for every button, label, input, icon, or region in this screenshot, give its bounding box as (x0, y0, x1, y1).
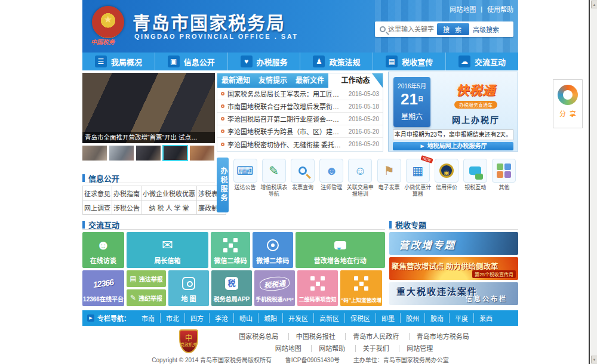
nav-item-tax-publicity[interactable]: ▤ 税收宣传 (373, 53, 446, 70)
region-link[interactable]: 开发区 (282, 313, 313, 323)
share-logo-icon (558, 85, 578, 105)
region-link[interactable]: 即墨 (376, 313, 400, 323)
news-date: 2016-05-20 (349, 116, 379, 122)
chat-bubbles-icon (334, 241, 346, 249)
tile-wechat-qr[interactable]: 微信二维码 (211, 232, 250, 268)
footer-link[interactable]: 国家税务总局 (232, 333, 285, 340)
local-tax-hall-button[interactable]: ►地税局网上办税服务厅 (393, 142, 513, 150)
info-link[interactable]: 办税指南 (112, 186, 141, 200)
news-item[interactable]: 李沧国税局召开第二期行业座谈会---建筑企业座谈会 2016-05-20 (217, 113, 383, 125)
service-invoice-query[interactable]: 发票查询 (288, 158, 316, 215)
info-link[interactable]: 涉税公告 (112, 200, 141, 215)
service-cta-management[interactable]: ☻ 注师管理 (318, 158, 346, 215)
footer-link[interactable]: 中国税务报社 (288, 333, 343, 340)
document-pen-icon: ✎ (130, 294, 136, 302)
nav-item-interaction[interactable]: ☁ 交流互动 (446, 53, 518, 70)
region-link[interactable]: 市南 (136, 313, 160, 323)
sitemap-link[interactable]: 网站地图 (450, 4, 476, 14)
region-link[interactable]: 李沧 (209, 313, 233, 323)
footer-link[interactable]: 网站帮助 (311, 345, 352, 352)
news-item[interactable]: 李沧国地税密切协作、无缝衔接 委托代征和代开发... 2016-05-20 (217, 138, 383, 150)
organizer-text: 主办单位：青岛市国家税务局办公室 (353, 357, 449, 363)
thumbnail-2[interactable] (109, 146, 134, 161)
service-bank-tax-interaction[interactable]: 银税互动 (461, 158, 490, 215)
tile-map[interactable]: 地 图 (168, 270, 209, 306)
tile-online-interview[interactable]: ☻ 在线访谈 (82, 232, 124, 268)
tile-director-mailbox[interactable]: ✉ 局长信箱 (127, 232, 208, 268)
tab-latest-notices[interactable]: 最新通知 (217, 73, 254, 88)
section-header: 税收专题 (389, 220, 518, 230)
region-link[interactable]: 四方 (184, 313, 209, 323)
tile-sat-app[interactable]: 税 税务总局APP (211, 270, 252, 306)
nav-item-overview[interactable]: ☰ 我局概况 (82, 53, 155, 70)
government-badge: 中 党政机关 (179, 329, 198, 353)
info-link[interactable]: 征求意见 (83, 186, 112, 200)
tile-discipline-report[interactable]: ✎ 违纪举报 (127, 289, 166, 306)
search-input[interactable] (388, 26, 437, 33)
thumbnail-3[interactable] (136, 146, 161, 161)
tile-vat-reform-action[interactable]: 营改增各地在行动 (296, 232, 385, 268)
footer-link[interactable]: 关于我们 (355, 345, 396, 352)
region-link[interactable]: 崂山 (233, 313, 258, 323)
service-micro-benefit-calculator[interactable]: ▦ NEW 小微优惠计算器 (404, 158, 432, 215)
info-link[interactable]: 小微企业税收优惠 (141, 186, 197, 200)
slideshow-thumbnails (82, 146, 215, 161)
footer-link[interactable]: 网站管理 (399, 345, 440, 352)
footer-link[interactable]: 青岛市地方税务局 (409, 333, 476, 340)
news-title: 国家税务总局局长王军表示：用工匠精神落实好营改增 (227, 89, 345, 98)
footer-link[interactable]: 网站地图 (268, 345, 309, 352)
nav-item-policies[interactable]: ♟ 政策法规 (300, 53, 373, 70)
banner-vat-reform-topic[interactable]: 营改增专题 (389, 232, 518, 255)
service-delivery-notice[interactable]: ⌨ 送达公告 (231, 158, 259, 215)
nav-item-info-disclosure[interactable]: ▣ 信息公开 (155, 53, 228, 70)
service-e-invoice[interactable]: ⚑ 电子发票 (375, 158, 403, 215)
section-header: 交流互动 (82, 220, 385, 230)
tile-shuishuitong-app[interactable]: 税税通 手机税税通APP (254, 270, 295, 306)
thumbnail-5[interactable] (190, 146, 214, 161)
info-link[interactable]: 纳 税 人 学 堂 (141, 200, 197, 215)
service-others[interactable]: 其他 (490, 158, 518, 215)
banner-vat-pilot-supply-reform[interactable]: 聚焦营改增试点 助力供给侧改革 第25个税收宣传月 (389, 257, 518, 280)
info-link[interactable]: 网上调查 (83, 200, 112, 215)
help-link[interactable]: 使用帮助 (487, 4, 513, 14)
browser-scrollbar[interactable]: ▲ ▼ (589, 0, 597, 364)
service-related-transaction-training[interactable]: ☺ 关联交易申报培训 (346, 158, 374, 215)
nav-item-tax-services[interactable]: ♥ 办税服务 (228, 53, 301, 70)
region-link[interactable]: 莱西 (473, 313, 498, 323)
bullet-icon (221, 129, 224, 133)
list-icon: ☰ (95, 55, 107, 67)
slideshow-photo[interactable]: 青岛市全面推开营改增“首票”开出 试点… (82, 73, 215, 143)
region-link[interactable]: 保税区 (344, 313, 376, 323)
region-link[interactable]: 高新区 (313, 313, 344, 323)
service-credit-rating[interactable]: ◉ 信用评价 (433, 158, 461, 215)
tab-friendly-tips[interactable]: 友情提示 (254, 73, 291, 88)
tile-qr-notice[interactable]: 二维码事项告知 (297, 270, 338, 306)
region-link[interactable]: 城阳 (258, 313, 282, 323)
news-item[interactable]: 李沧国地税联手为跨县（市、区）建筑企业提供“... 2016-05-20 (217, 125, 383, 138)
news-item[interactable]: 市南国地税联合召开营改增后发票衔接工作会议 2016-05-18 (217, 100, 383, 113)
region-link[interactable]: 平度 (449, 313, 473, 323)
banner-major-tax-violations[interactable]: 重大税收违法案件 信息公布栏 (389, 282, 518, 305)
tile-illegal-report[interactable]: ▤ 违法举报 (127, 270, 166, 287)
thumbnail-1[interactable] (82, 146, 107, 161)
share-widget[interactable]: 分享 (553, 79, 583, 128)
tab-latest-documents[interactable]: 最新文件 (291, 73, 328, 88)
services-items: ⌨ 送达公告 ✎ 增值税填表导航 发票查询 ☻ 注师管理 ☺ 关联交易申报培训 … (231, 158, 518, 215)
scroll-down-icon[interactable]: ▼ (591, 356, 597, 363)
tile-weibo-qr[interactable]: 微博二维码 (253, 232, 293, 268)
region-link[interactable]: 胶州 (400, 313, 424, 323)
advanced-search-link[interactable]: 高级搜索 (469, 24, 503, 34)
service-vat-form-guide[interactable]: ✎ 增值税填表导航 (260, 158, 288, 215)
thumbnail-4-active[interactable] (163, 146, 187, 161)
search-button[interactable]: 搜 索 (437, 23, 469, 35)
region-link[interactable]: 胶南 (424, 313, 449, 323)
interaction-section: 交流互动 ☻ 在线访谈 ✉ 局长信箱 微信二维码 微博二维码 营改增各地在行动 … (82, 220, 385, 306)
region-link[interactable]: 市北 (160, 313, 184, 323)
footer-link[interactable]: 青岛市人民政府 (345, 333, 406, 340)
tax-services-strip: 办税服务 ⌨ 送达公告 ✎ 增值税填表导航 发票查询 ☻ 注师管理 ☺ 关联交易… (217, 158, 518, 215)
tile-12366-platform[interactable]: 12366 12366在线平台 (82, 270, 124, 306)
tab-work-updates-active[interactable]: 工作动态 (328, 73, 383, 88)
news-item[interactable]: 国家税务总局局长王军表示：用工匠精神落实好营改增 2016-05-03 (217, 88, 383, 100)
scroll-up-icon[interactable]: ▲ (591, 1, 597, 8)
tile-scan-to-know-vat[interactable]: “码”上知道营改增 (340, 270, 382, 306)
